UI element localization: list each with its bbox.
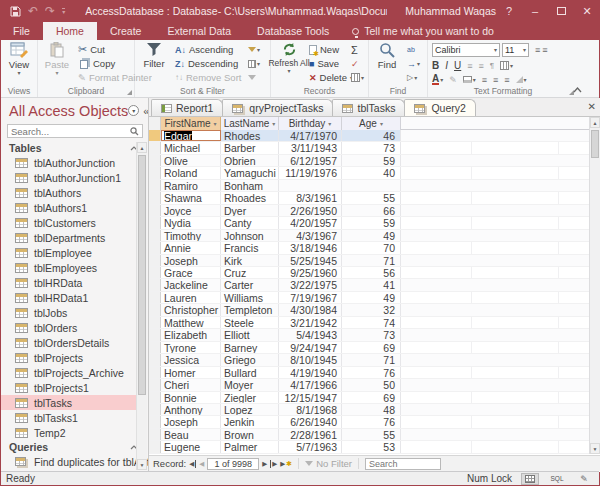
ribbon-tab[interactable]: Database Tools [244,22,342,40]
find-button[interactable]: Find [370,42,404,70]
cell-age[interactable] [342,180,401,191]
column-header-birthday[interactable]: Birthday▾ [279,117,342,130]
cell-birthday[interactable]: 4/20/1957 [279,217,342,228]
cell-firstname[interactable]: Timothy [161,230,221,241]
table-row[interactable]: Shawna Rhoades 8/3/1961 55 [149,192,589,204]
cell-age[interactable]: 49 [342,292,401,303]
cell-age[interactable]: 55 [342,429,401,440]
cell-lastname[interactable]: Bullard [221,367,279,378]
table-row[interactable]: Grace Cruz 9/25/1960 56 [149,267,589,279]
cell-lastname[interactable]: Barney [221,342,279,353]
design-view-button[interactable]: ✎ [575,473,593,485]
refresh-all-button[interactable]: Refresh All ▾ [271,42,307,73]
cell-birthday[interactable]: 3/21/1942 [279,317,342,328]
cell-lastname[interactable]: Steele [221,317,279,328]
cell-age[interactable]: 74 [342,317,401,328]
cell-birthday[interactable]: 9/24/1947 [279,342,342,353]
record-search-input[interactable] [365,458,441,470]
background-color-button[interactable]: ▾ [463,76,476,83]
cell-birthday[interactable]: 2/26/1950 [279,205,342,216]
search-icon[interactable] [130,127,139,136]
nav-item[interactable]: tblTasks1 [1,410,137,425]
font-family-select[interactable]: Calibri▾ [432,43,500,57]
align-right-icon[interactable]: ≡ [504,75,509,85]
table-row[interactable]: Joseph Jenkin 6/26/1940 76 [149,416,589,428]
nav-item[interactable]: tblAuthors [1,185,137,200]
cell-firstname[interactable]: Matthew [161,317,221,328]
cell-lastname[interactable]: Brown [221,429,279,440]
cell-lastname[interactable]: Palmer [221,441,279,452]
cell-birthday[interactable]: 12/15/1947 [279,392,342,403]
table-row[interactable]: Bonnie Ziegler 12/15/1947 69 [149,392,589,404]
numbered-list-icon[interactable]: ≡ [542,45,547,55]
cell-lastname[interactable]: Williams [221,292,279,303]
row-selector[interactable] [149,429,161,440]
row-selector[interactable] [149,230,161,241]
nav-item[interactable]: tblEmployees [1,260,137,275]
row-selector[interactable] [149,304,161,315]
cell-lastname[interactable]: Lopez [221,404,279,415]
row-selector[interactable] [149,217,161,228]
cell-lastname[interactable]: Yamaguchi [221,167,279,178]
selection-filter-button[interactable]: ▾ [248,43,260,56]
scroll-up-icon[interactable]: ▲ [590,117,600,128]
cell-age[interactable]: 66 [342,205,401,216]
cell-birthday[interactable]: 3/11/1943 [279,142,342,153]
advanced-filter-button[interactable]: ▾ [248,57,260,70]
cell-birthday[interactable]: 4/17/1966 [279,379,342,390]
ascending-button[interactable]: A↓Ascending [175,43,241,56]
indent-decrease-icon[interactable]: ≡ [467,61,472,71]
more-button[interactable]: ▾ [351,71,364,84]
document-tab[interactable]: Report1 [151,99,223,116]
cell-firstname[interactable]: Bonnie [161,392,221,403]
table-row[interactable]: Jackeline Carter 3/22/1975 41 [149,279,589,291]
delete-record-button[interactable]: ✕Delete▾ [309,71,353,84]
cell-birthday[interactable]: 9/25/1960 [279,267,342,278]
cell-birthday[interactable]: 3/22/1975 [279,279,342,290]
table-row[interactable]: Anthony Lopez 8/1/1968 48 [149,404,589,416]
nav-section-tables[interactable]: Tables [1,141,148,155]
cell-birthday[interactable]: 5/25/1945 [279,255,342,266]
column-header-lastname[interactable]: LastName▾ [221,117,279,130]
row-selector[interactable] [149,267,161,278]
cell-lastname[interactable]: Kirk [221,255,279,266]
cell-age[interactable]: 55 [342,192,401,203]
nav-item[interactable]: tblCustomers [1,215,137,230]
cell-age[interactable]: 48 [342,404,401,415]
save-icon[interactable] [10,6,21,17]
row-selector[interactable] [149,392,161,403]
scroll-up-icon[interactable]: ▲ [137,142,147,153]
scroll-down-icon[interactable]: ▼ [590,443,600,454]
cell-lastname[interactable]: Moyer [221,379,279,390]
scroll-down-icon[interactable]: ▼ [137,459,147,470]
cell-birthday[interactable]: 6/12/1957 [279,155,342,166]
cell-lastname[interactable]: Barber [221,142,279,153]
row-selector[interactable] [149,242,161,253]
cell-age[interactable]: 32 [342,304,401,315]
nav-item[interactable]: tblAuthorJunction [1,155,137,170]
cell-birthday[interactable]: 3/18/1946 [279,242,342,253]
nav-item[interactable]: tblOrders [1,320,137,335]
table-row[interactable]: Elizabeth Elliott 5/4/1943 73 [149,329,589,341]
cell-firstname[interactable]: Eugene [161,441,221,452]
gridlines-button[interactable]: ▾ [500,61,513,70]
row-selector[interactable] [149,192,161,203]
sql-view-button[interactable]: SQL [548,473,566,485]
cell-age[interactable]: 76 [342,367,401,378]
font-size-select[interactable]: 11▾ [502,43,529,57]
cell-age[interactable]: 49 [342,230,401,241]
ribbon-tab[interactable]: File [0,22,43,40]
cell-firstname[interactable]: Homer [161,367,221,378]
nav-search-input[interactable] [7,124,143,138]
cell-lastname[interactable]: Bonham [221,180,279,191]
select-all-corner[interactable] [149,117,161,130]
next-record-icon[interactable]: ▶ [262,460,267,468]
cell-birthday[interactable]: 6/26/1940 [279,416,342,427]
select-button[interactable]: ▷▾ [407,71,420,84]
cell-firstname[interactable]: Roland [161,167,221,178]
collapse-ribbon-icon[interactable] [573,87,582,93]
nav-item[interactable]: tblTasks [1,395,137,410]
table-row[interactable]: Christopher Templeton 4/30/1984 32 [149,304,589,316]
table-row[interactable]: Joyce Dyer 2/26/1950 66 [149,205,589,217]
cell-birthday[interactable]: 2/28/1961 [279,429,342,440]
